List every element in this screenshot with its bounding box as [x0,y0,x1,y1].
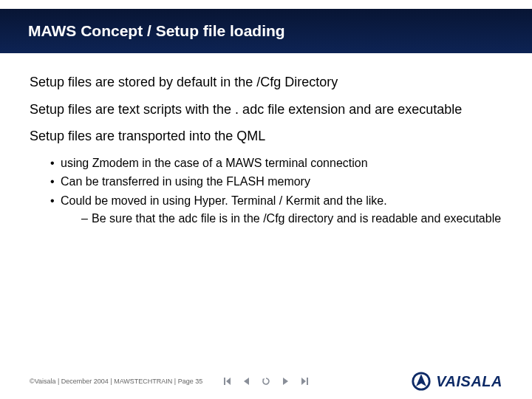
slide: MAWS Concept / Setup file loading Setup … [0,9,532,399]
list-item-text: Be sure that the adc file is in the /Cfg… [92,212,501,225]
first-slide-button[interactable] [223,377,232,386]
list-item: using Zmodem in the case of a MAWS termi… [50,155,502,171]
svg-marker-4 [283,378,288,385]
footer: ©Vaisala | December 2004 | MAWSTECHTRAIN… [30,371,502,392]
list-item-text: Can be transferred in using the FLASH me… [61,175,310,188]
list-item-text: using Zmodem in the case of a MAWS termi… [61,157,368,169]
slide-body: Setup files are stored by default in the… [0,53,532,227]
list-item: Can be transferred in using the FLASH me… [50,174,502,190]
paragraph-1: Setup files are stored by default in the… [30,74,502,91]
title-band: MAWS Concept / Setup file loading [0,9,532,53]
prev-icon [243,378,250,385]
svg-marker-2 [244,378,249,385]
paragraph-3: Setup files are transported into the QML [30,128,502,145]
last-icon [301,378,308,385]
svg-marker-5 [301,378,306,385]
sub-list: Be sure that the adc file is in the /Cfg… [61,211,502,227]
next-icon [282,378,289,385]
svg-marker-8 [416,374,426,386]
logo-text: VAISALA [436,373,502,390]
logo-mark-icon [411,371,432,392]
list-item: Could be moved in using Hyper. Terminal … [50,193,502,227]
list-item-text: Could be moved in using Hyper. Terminal … [61,194,387,207]
next-slide-button[interactable] [281,377,290,386]
last-slide-button[interactable] [300,377,309,386]
bullet-list: using Zmodem in the case of a MAWS termi… [30,155,502,228]
brand-logo: VAISALA [411,371,502,392]
svg-rect-0 [224,378,225,385]
svg-marker-1 [226,378,231,385]
refresh-icon [262,377,270,386]
nav-controls [223,377,309,386]
paragraph-2: Setup files are text scripts with the . … [30,101,502,118]
prev-slide-button[interactable] [242,377,251,386]
slide-title: MAWS Concept / Setup file loading [28,22,285,40]
svg-rect-6 [307,378,308,385]
footer-copyright: ©Vaisala | December 2004 | MAWSTECHTRAIN… [30,378,202,385]
list-item: Be sure that the adc file is in the /Cfg… [81,211,502,227]
first-icon [224,378,231,385]
refresh-button[interactable] [262,377,270,386]
